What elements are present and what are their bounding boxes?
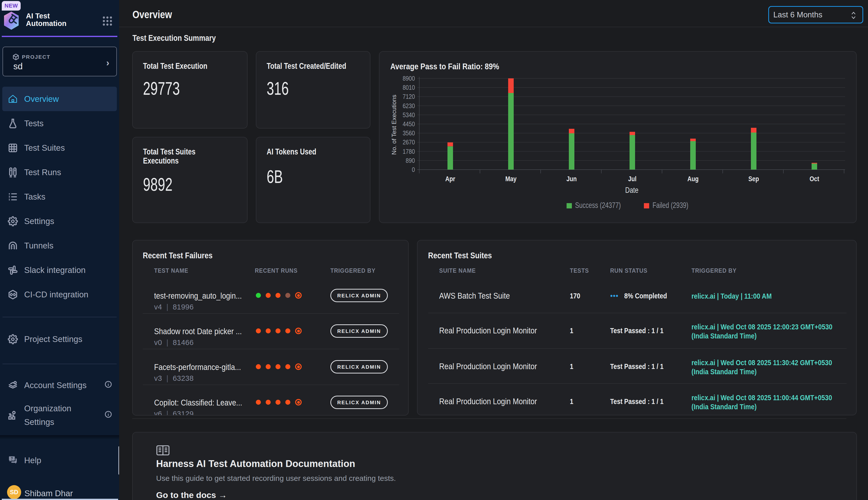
- svg-text:2670: 2670: [403, 139, 415, 146]
- svg-text:Success (24377): Success (24377): [575, 201, 621, 210]
- svg-text:5340: 5340: [403, 112, 415, 119]
- svg-text:Sep: Sep: [748, 175, 759, 182]
- svg-text:Failed (2939): Failed (2939): [653, 201, 688, 210]
- svg-text:Oct: Oct: [810, 175, 819, 182]
- svg-text:Jun: Jun: [566, 175, 577, 182]
- svg-text:Aug: Aug: [688, 175, 699, 182]
- svg-text:?: ?: [11, 456, 13, 460]
- svg-text:No. of Test Executions: No. of Test Executions: [390, 95, 397, 155]
- svg-text:Apr: Apr: [445, 175, 455, 182]
- svg-text:8010: 8010: [403, 84, 415, 91]
- svg-text:Jul: Jul: [628, 175, 636, 182]
- svg-text:7120: 7120: [403, 93, 415, 100]
- svg-text:3560: 3560: [403, 130, 415, 137]
- svg-text:1780: 1780: [403, 148, 415, 155]
- svg-text:890: 890: [406, 157, 415, 164]
- svg-text:Date: Date: [625, 186, 638, 194]
- svg-text:6230: 6230: [403, 102, 415, 109]
- svg-text:8900: 8900: [403, 75, 415, 82]
- svg-text:0: 0: [412, 166, 415, 173]
- svg-text:May: May: [505, 175, 517, 182]
- svg-text:4450: 4450: [403, 121, 415, 128]
